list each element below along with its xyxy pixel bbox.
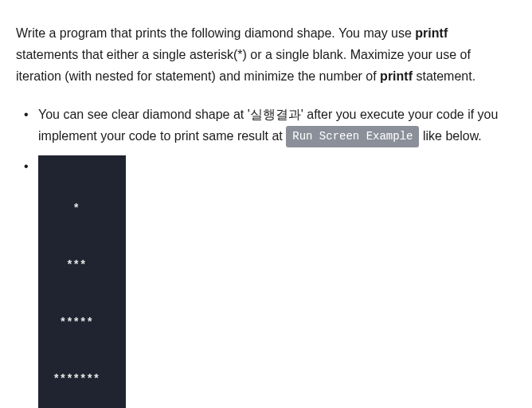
intro-paragraph: Write a program that prints the followin… <box>16 22 510 88</box>
bullet-list: You can see clear diamond shape at '실행결과… <box>16 104 510 408</box>
printf-bold-1: printf <box>415 26 448 40</box>
problem-content: Write a program that prints the followin… <box>16 22 510 408</box>
bullet-text-2: like below. <box>423 129 482 143</box>
output-line-2: *** <box>46 257 118 276</box>
bullet-item-1: You can see clear diamond shape at '실행결과… <box>38 104 510 148</box>
intro-text-3: statement. <box>413 69 475 83</box>
diamond-output: * *** ***** ******* ********* ******* **… <box>38 155 126 408</box>
bullet-item-2: * *** ***** ******* ********* ******* **… <box>38 155 510 408</box>
printf-bold-2: printf <box>380 69 413 83</box>
output-line-1: * <box>46 200 118 219</box>
output-line-4: ******* <box>46 371 118 390</box>
run-screen-example-tag: Run Screen Example <box>286 126 419 148</box>
output-line-3: ***** <box>46 314 118 333</box>
intro-text-1: Write a program that prints the followin… <box>16 26 415 40</box>
